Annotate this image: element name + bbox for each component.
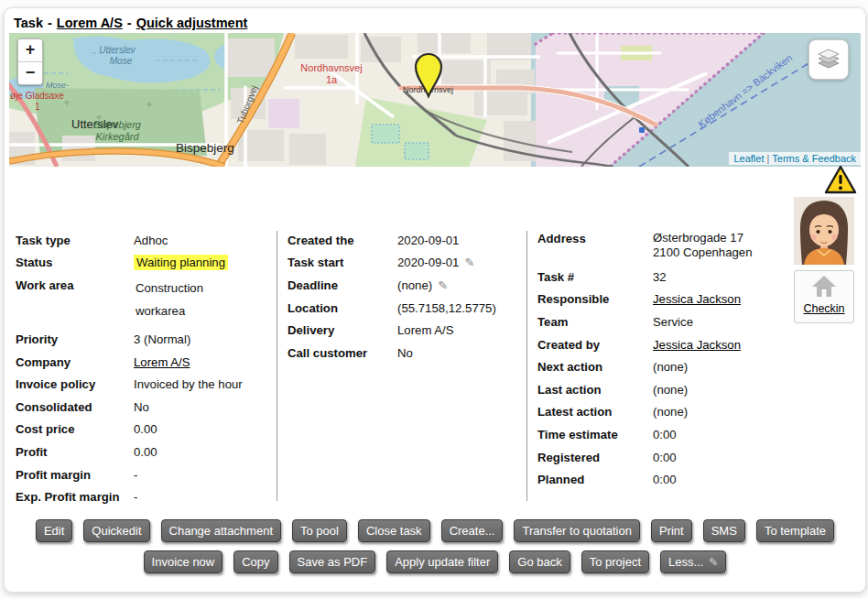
breadcrumb-page-link[interactable]: Quick adjustment [136,16,248,30]
detail-row: Invoice policyInvoiced by the hour [16,373,277,396]
detail-value: Adhoc [134,233,168,248]
created-by-link[interactable]: Jessica Jackson [653,338,741,352]
change-attachment-button[interactable]: Change attachment [161,519,281,542]
home-icon [811,274,837,298]
zoom-out-button[interactable]: − [18,61,42,84]
breadcrumb: Task-Lorem A/S-Quick adjustment [14,16,247,30]
detail-value: (55.7158,12.5775) [397,300,496,316]
detail-label: Next action [537,359,653,375]
detail-value: - [134,467,137,483]
save-as-pdf-button[interactable]: Save as PDF [289,550,376,573]
edit-button[interactable]: Edit [36,519,72,542]
details-column-right: AddressØsterbrogade 172100 Copenhagen Ta… [537,229,794,491]
company-link[interactable]: Lorem A/S [134,355,190,369]
detail-row: Priority3 (Normal) [16,328,277,351]
edit-pencil-icon[interactable]: ✎ [464,255,474,270]
task-card: Task-Lorem A/S-Quick adjustment [4,7,866,593]
close-task-button[interactable]: Close task [358,519,430,542]
pencil-icon: ✎ [709,556,718,569]
warning-icon[interactable] [823,164,858,195]
detail-row: DeliveryLorem A/S [288,319,526,342]
detail-row: CompanyLorem A/S [16,351,277,374]
checkin-label: Checkin [795,302,853,315]
button-row-1: Edit Quickedit Change attachment To pool… [5,519,865,542]
terms-feedback-link[interactable]: Terms & Feedback [772,153,856,164]
detail-label: Responsible [537,291,653,307]
layers-control[interactable] [808,39,849,80]
detail-row: Deadline(none)✎ [288,274,526,297]
map-label-kirkegaard: Bispebjerg [93,119,142,130]
detail-row: Next action(none) [537,355,794,378]
detail-label: Latest action [537,404,653,419]
map-label-nordhavnsvej: 1a [326,74,338,85]
details-column-left: Task typeAdhoc StatusWaiting planning Wo… [16,229,277,508]
go-back-button[interactable]: Go back [509,550,570,573]
transfer-to-quotation-button[interactable]: Transfer to quotation [514,519,639,542]
to-template-button[interactable]: To template [756,519,834,542]
sms-button[interactable]: SMS [703,519,745,542]
detail-label: Priority [16,332,134,347]
invoice-now-button[interactable]: Invoice now [144,550,223,573]
map-label-gladsaxe-ref: 1 [35,102,40,112]
detail-row: Profit0.00 [16,441,277,463]
breadcrumb-task-label: Task [14,16,43,30]
responsible-link[interactable]: Jessica Jackson [653,292,741,306]
detail-row: Registered0:00 [537,446,794,469]
detail-row: Location(55.7158,12.5775) [288,297,526,320]
detail-label: Company [16,354,134,370]
detail-label: Cost price [16,421,134,437]
detail-value: 0:00 [653,472,677,487]
detail-row: Call customerNo [288,342,526,365]
detail-row: Time estimate0:00 [537,423,794,446]
detail-value: Østerbrogade 172100 Copenhagen [653,231,753,260]
map-label-utterslev-mose: Mose [110,56,133,66]
detail-label: Call customer [288,345,397,361]
breadcrumb-company-link[interactable]: Lorem A/S [57,16,123,30]
detail-row: Created the2020-09-01 [288,229,526,252]
detail-label: Task start [288,255,397,270]
detail-label: Profit margin [16,467,134,483]
create-button[interactable]: Create... [441,519,504,542]
detail-label: Location [288,300,397,316]
detail-value: Constructionworkarea [134,278,203,322]
detail-label: Address [537,231,653,246]
print-button[interactable]: Print [651,519,692,542]
detail-label: Profit [16,444,134,460]
button-row-2: Invoice now Copy Save as PDF Apply updat… [5,550,865,573]
detail-label: Last action [537,382,653,398]
detail-row: Cost price0.00 [16,419,277,441]
detail-value: 2020-09-01 [397,233,459,248]
detail-label: Status [16,255,134,270]
detail-value: 32 [653,269,667,285]
column-divider [526,231,527,501]
map[interactable]: Utterslev Mose Mose- øje Gladsaxe 1 Utte… [9,33,861,167]
detail-value: (none) [397,278,432,293]
detail-value: 0.00 [134,444,157,460]
leaflet-link[interactable]: Leaflet [733,153,764,164]
detail-value: (none) [653,359,688,375]
less-button[interactable]: Less...✎ [660,550,726,573]
avatar [794,197,854,265]
detail-label: Consolidated [16,399,134,415]
to-pool-button[interactable]: To pool [292,519,347,542]
detail-value: 3 (Normal) [134,332,190,347]
edit-pencil-icon[interactable]: ✎ [438,278,448,293]
map-label-gladsaxe: øje Gladsaxe [10,91,64,101]
status-badge: Waiting planning [134,255,228,270]
zoom-in-button[interactable]: + [18,39,42,61]
detail-row: Last action(none) [537,378,794,401]
detail-label: Task # [537,269,653,285]
copy-button[interactable]: Copy [233,550,277,573]
quickedit-button[interactable]: Quickedit [83,519,149,542]
apply-update-filter-button[interactable]: Apply update filter [386,550,498,573]
detail-row: Work area Constructionworkarea [16,274,277,322]
detail-label: Delivery [288,322,397,338]
checkin-button[interactable]: Checkin [794,270,854,323]
detail-label: Deadline [288,278,397,293]
to-project-button[interactable]: To project [581,550,649,573]
detail-label: Invoice policy [16,376,134,392]
detail-label: Planned [537,472,653,487]
detail-label: Task type [16,233,134,248]
detail-row: Planned0:00 [537,468,794,491]
detail-value: No [397,345,413,361]
